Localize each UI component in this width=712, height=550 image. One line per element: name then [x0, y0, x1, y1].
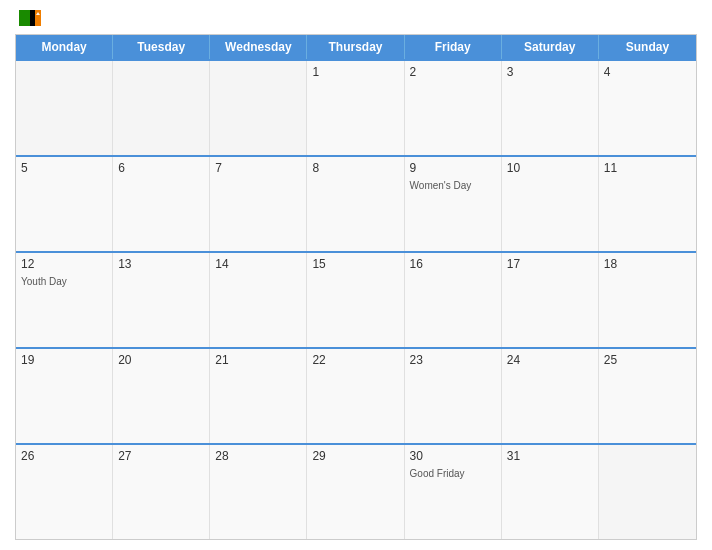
- day-number: 31: [507, 449, 593, 463]
- day-number: 18: [604, 257, 691, 271]
- day-number: 9: [410, 161, 496, 175]
- week-row-4: 19202122232425: [16, 347, 696, 443]
- week-row-5: 2627282930Good Friday31: [16, 443, 696, 539]
- day-number: 10: [507, 161, 593, 175]
- day-number: 4: [604, 65, 691, 79]
- day-number: 12: [21, 257, 107, 271]
- day-cell: 4: [599, 61, 696, 155]
- day-number: 30: [410, 449, 496, 463]
- day-number: 1: [312, 65, 398, 79]
- day-cell: 25: [599, 349, 696, 443]
- calendar-grid: MondayTuesdayWednesdayThursdayFridaySatu…: [15, 34, 697, 540]
- day-cell: 12Youth Day: [16, 253, 113, 347]
- holiday-label: Good Friday: [410, 467, 496, 480]
- holiday-label: Women's Day: [410, 179, 496, 192]
- day-cell: 1: [307, 61, 404, 155]
- day-header-monday: Monday: [16, 35, 113, 59]
- day-cell: 17: [502, 253, 599, 347]
- day-header-saturday: Saturday: [502, 35, 599, 59]
- day-number: 17: [507, 257, 593, 271]
- week-row-1: 1234: [16, 59, 696, 155]
- day-number: 21: [215, 353, 301, 367]
- day-cell: 9Women's Day: [405, 157, 502, 251]
- day-cell: 2: [405, 61, 502, 155]
- day-number: 8: [312, 161, 398, 175]
- day-cell: 16: [405, 253, 502, 347]
- weeks-container: 123456789Women's Day101112Youth Day13141…: [16, 59, 696, 539]
- day-number: 7: [215, 161, 301, 175]
- day-cell: 22: [307, 349, 404, 443]
- holiday-label: Youth Day: [21, 275, 107, 288]
- day-number: 11: [604, 161, 691, 175]
- day-header-tuesday: Tuesday: [113, 35, 210, 59]
- day-header-wednesday: Wednesday: [210, 35, 307, 59]
- day-number: 20: [118, 353, 204, 367]
- day-number: 19: [21, 353, 107, 367]
- day-cell: 30Good Friday: [405, 445, 502, 539]
- day-header-sunday: Sunday: [599, 35, 696, 59]
- day-cell: 10: [502, 157, 599, 251]
- day-cell: 14: [210, 253, 307, 347]
- day-cell: 24: [502, 349, 599, 443]
- day-number: 15: [312, 257, 398, 271]
- day-cell: 31: [502, 445, 599, 539]
- day-cell: [599, 445, 696, 539]
- calendar-page: MondayTuesdayWednesdayThursdayFridaySatu…: [0, 0, 712, 550]
- day-cell: 15: [307, 253, 404, 347]
- day-number: 3: [507, 65, 593, 79]
- day-header-friday: Friday: [405, 35, 502, 59]
- day-number: 14: [215, 257, 301, 271]
- day-number: 23: [410, 353, 496, 367]
- svg-rect-2: [30, 10, 35, 26]
- day-cell: 28: [210, 445, 307, 539]
- day-number: 16: [410, 257, 496, 271]
- day-number: 6: [118, 161, 204, 175]
- day-number: 25: [604, 353, 691, 367]
- day-cell: 8: [307, 157, 404, 251]
- day-number: 5: [21, 161, 107, 175]
- day-number: 24: [507, 353, 593, 367]
- day-cell: 3: [502, 61, 599, 155]
- day-cell: 27: [113, 445, 210, 539]
- day-number: 28: [215, 449, 301, 463]
- day-headers-row: MondayTuesdayWednesdayThursdayFridaySatu…: [16, 35, 696, 59]
- day-cell: 18: [599, 253, 696, 347]
- day-cell: 13: [113, 253, 210, 347]
- day-cell: 20: [113, 349, 210, 443]
- day-cell: 23: [405, 349, 502, 443]
- day-cell: 5: [16, 157, 113, 251]
- day-number: 26: [21, 449, 107, 463]
- day-cell: 21: [210, 349, 307, 443]
- day-cell: 7: [210, 157, 307, 251]
- logo-flag-icon: [19, 10, 41, 26]
- logo: [15, 10, 43, 26]
- day-cell: 19: [16, 349, 113, 443]
- week-row-2: 56789Women's Day1011: [16, 155, 696, 251]
- day-cell: [16, 61, 113, 155]
- day-cell: 26: [16, 445, 113, 539]
- day-cell: [113, 61, 210, 155]
- day-number: 22: [312, 353, 398, 367]
- header: [15, 10, 697, 26]
- day-cell: 11: [599, 157, 696, 251]
- week-row-3: 12Youth Day131415161718: [16, 251, 696, 347]
- day-cell: 6: [113, 157, 210, 251]
- day-number: 29: [312, 449, 398, 463]
- day-number: 27: [118, 449, 204, 463]
- day-cell: [210, 61, 307, 155]
- day-header-thursday: Thursday: [307, 35, 404, 59]
- day-number: 2: [410, 65, 496, 79]
- day-cell: 29: [307, 445, 404, 539]
- day-number: 13: [118, 257, 204, 271]
